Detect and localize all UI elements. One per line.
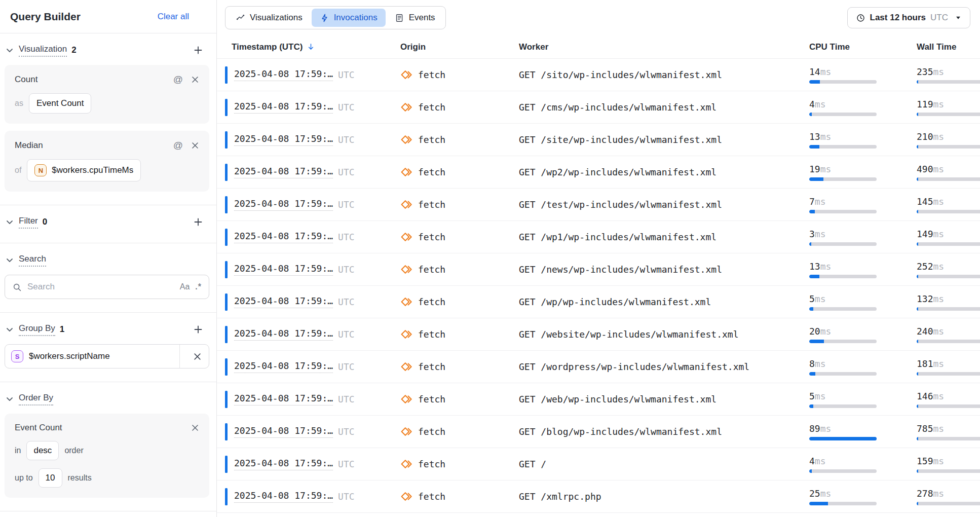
worker-request: GET /sito/wp-includes/wlwmanifest.xml (519, 69, 722, 80)
timestamp-value[interactable]: 2025-04-08 17:59:… (234, 393, 333, 405)
column-header-wall-time[interactable]: Wall Time (912, 42, 980, 52)
search-section: Search Search Aa .* (0, 243, 216, 313)
column-header-cpu-time[interactable]: CPU Time (804, 42, 912, 52)
filter-section-label[interactable]: Filter (19, 216, 38, 229)
timestamp-value[interactable]: 2025-04-08 17:59:… (234, 231, 333, 243)
timestamp-timezone: UTC (338, 199, 355, 210)
timestamp-value[interactable]: 2025-04-08 17:59:… (234, 490, 333, 503)
close-icon[interactable] (191, 424, 199, 432)
row-accent-bar (225, 229, 228, 246)
table-row[interactable]: 2025-04-08 17:59:… UTC fetch GET /wordpr… (217, 351, 980, 383)
visualization-section: Visualization 2 Count @ as Event Count (0, 33, 216, 205)
row-accent-bar (225, 66, 228, 84)
search-section-label[interactable]: Search (19, 254, 46, 267)
timestamp-value[interactable]: 2025-04-08 17:59:… (234, 101, 333, 114)
tab-visualizations[interactable]: Visualizations (228, 9, 311, 27)
chevron-down-icon[interactable] (5, 217, 14, 227)
table-row[interactable]: 2025-04-08 17:59:… UTC fetch GET /sito/w… (217, 59, 980, 91)
timestamp-value[interactable]: 2025-04-08 17:59:… (234, 458, 333, 470)
case-sensitivity-toggle[interactable]: Aa (180, 282, 190, 291)
table-row[interactable]: 2025-04-08 17:59:… UTC fetch GET /wp/wp-… (217, 286, 980, 318)
median-field-button[interactable]: N $workers.cpuTimeMs (27, 159, 141, 181)
row-accent-bar (225, 99, 228, 116)
result-limit-input[interactable]: 10 (39, 468, 62, 488)
table-row[interactable]: 2025-04-08 17:59:… UTC fetch GET / 4ms 1… (217, 448, 980, 481)
wall-time-unit: ms (933, 293, 945, 304)
table-row[interactable]: 2025-04-08 17:59:… UTC fetch GET /news/w… (217, 253, 980, 286)
wall-time-value: 145 (917, 196, 933, 207)
table-row[interactable]: 2025-04-08 17:59:… UTC fetch GET /blog/w… (217, 416, 980, 448)
as-label: as (15, 99, 23, 108)
cpu-time-value: 7 (809, 196, 815, 207)
origin-value: fetch (418, 361, 445, 372)
wall-time-value: 181 (917, 358, 933, 369)
wall-time-bar (917, 177, 980, 181)
wall-time-bar (917, 340, 980, 343)
table-row[interactable]: 2025-04-08 17:59:… UTC fetch GET /xmlrpc… (217, 481, 980, 513)
close-icon[interactable] (191, 76, 199, 84)
visualization-alias: Event Count (36, 98, 84, 108)
table-row[interactable]: 2025-04-08 17:59:… UTC fetch GET /wp2/wp… (217, 156, 980, 189)
timestamp-value[interactable]: 2025-04-08 17:59:… (234, 263, 333, 276)
fetch-origin-icon (400, 68, 413, 81)
chevron-down-icon[interactable] (5, 255, 14, 265)
mention-icon[interactable]: @ (173, 140, 183, 151)
wall-time-bar (917, 242, 980, 246)
remove-group-by-button[interactable] (185, 352, 209, 361)
search-icon (12, 282, 22, 292)
row-accent-bar (225, 164, 228, 181)
table-row[interactable]: 2025-04-08 17:59:… UTC fetch GET /site/w… (217, 124, 980, 156)
chevron-down-icon[interactable] (5, 394, 14, 403)
origin-value: fetch (418, 491, 445, 502)
time-range-dropdown[interactable]: Last 12 hours UTC (847, 7, 971, 28)
order-by-section-label[interactable]: Order By (19, 393, 53, 405)
cpu-time-value: 20 (809, 326, 820, 337)
timestamp-value[interactable]: 2025-04-08 17:59:… (234, 198, 333, 211)
table-row[interactable]: 2025-04-08 17:59:… UTC fetch GET /web/wp… (217, 383, 980, 416)
table-row[interactable]: 2025-04-08 17:59:… UTC fetch GET /wp1/wp… (217, 221, 980, 253)
timestamp-value[interactable]: 2025-04-08 17:59:… (234, 166, 333, 178)
timestamp-value[interactable]: 2025-04-08 17:59:… (234, 360, 333, 373)
add-visualization-button[interactable] (193, 45, 203, 55)
column-header-origin[interactable]: Origin (400, 42, 519, 52)
visualization-alias-button[interactable]: Event Count (29, 93, 92, 114)
cpu-time-unit: ms (815, 293, 826, 304)
order-label: order (64, 446, 83, 455)
add-filter-button[interactable] (193, 217, 203, 227)
tab-events[interactable]: Events (387, 9, 443, 27)
clear-all-button[interactable]: Clear all (158, 12, 189, 22)
search-input[interactable]: Search Aa .* (5, 275, 209, 299)
query-builder-sidebar: Query Builder Clear all Visualization 2 … (0, 0, 217, 517)
order-by-card: Event Count in desc order up to 10 resul… (5, 414, 209, 498)
timestamp-value[interactable]: 2025-04-08 17:59:… (234, 68, 333, 81)
in-label: in (15, 446, 21, 455)
close-icon[interactable] (191, 141, 199, 150)
wall-time-unit: ms (933, 391, 945, 401)
visualization-section-label[interactable]: Visualization (19, 44, 67, 57)
timestamp-value[interactable]: 2025-04-08 17:59:… (234, 328, 333, 341)
table-row[interactable]: 2025-04-08 17:59:… UTC fetch GET /cms/wp… (217, 91, 980, 124)
regex-toggle[interactable]: .* (195, 282, 202, 291)
table-row[interactable]: 2025-04-08 17:59:… UTC fetch GET /websit… (217, 318, 980, 351)
sidebar-header: Query Builder Clear all (0, 0, 216, 33)
chevron-down-icon[interactable] (5, 46, 14, 55)
sort-direction-button[interactable]: desc (26, 441, 59, 460)
timestamp-value[interactable]: 2025-04-08 17:59:… (234, 296, 333, 308)
fetch-origin-icon (400, 101, 413, 114)
column-header-timestamp[interactable]: Timestamp (UTC) (225, 42, 400, 52)
cpu-time-unit: ms (815, 196, 826, 207)
timestamp-value[interactable]: 2025-04-08 17:59:… (234, 425, 333, 438)
chevron-down-icon[interactable] (5, 325, 14, 334)
timestamp-value[interactable]: 2025-04-08 17:59:… (234, 133, 333, 146)
column-header-worker[interactable]: Worker (519, 42, 804, 52)
group-by-field-chip[interactable]: S $workers.scriptName (5, 344, 209, 368)
cpu-time-value: 4 (809, 456, 815, 466)
table-row[interactable]: 2025-04-08 17:59:… UTC fetch GET /test/w… (217, 189, 980, 221)
wall-time-unit: ms (933, 423, 945, 434)
mention-icon[interactable]: @ (173, 74, 183, 85)
row-accent-bar (225, 391, 228, 408)
add-group-by-button[interactable] (193, 324, 203, 335)
tab-invocations[interactable]: Invocations (312, 9, 386, 27)
wall-time-value: 146 (917, 391, 933, 401)
group-by-section-label[interactable]: Group By (19, 323, 55, 336)
